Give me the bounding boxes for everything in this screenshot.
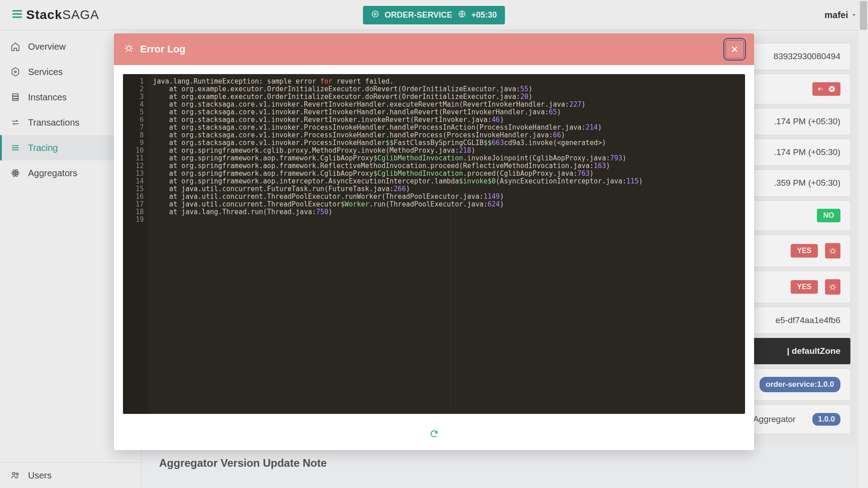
close-button[interactable] — [725, 40, 744, 59]
modal-footer — [114, 423, 754, 450]
refresh-icon[interactable] — [429, 429, 439, 440]
code-block: 12345678910111213141516171819 java.lang.… — [123, 74, 745, 414]
modal-title: Error Log — [140, 43, 185, 55]
code-scroll[interactable]: 12345678910111213141516171819 java.lang.… — [123, 74, 745, 414]
page-scrollbar[interactable] — [859, 0, 868, 488]
code-content: java.lang.RuntimeException: sample error… — [148, 74, 745, 414]
modal-body: 12345678910111213141516171819 java.lang.… — [114, 65, 754, 423]
modal-header: Error Log — [114, 33, 754, 65]
svg-point-22 — [127, 46, 131, 50]
line-gutter: 12345678910111213141516171819 — [123, 74, 148, 414]
error-log-modal: Error Log 12345678910111213141516171819 … — [114, 33, 754, 450]
bug-icon — [124, 43, 134, 56]
modal-overlay: Error Log 12345678910111213141516171819 … — [0, 0, 868, 488]
